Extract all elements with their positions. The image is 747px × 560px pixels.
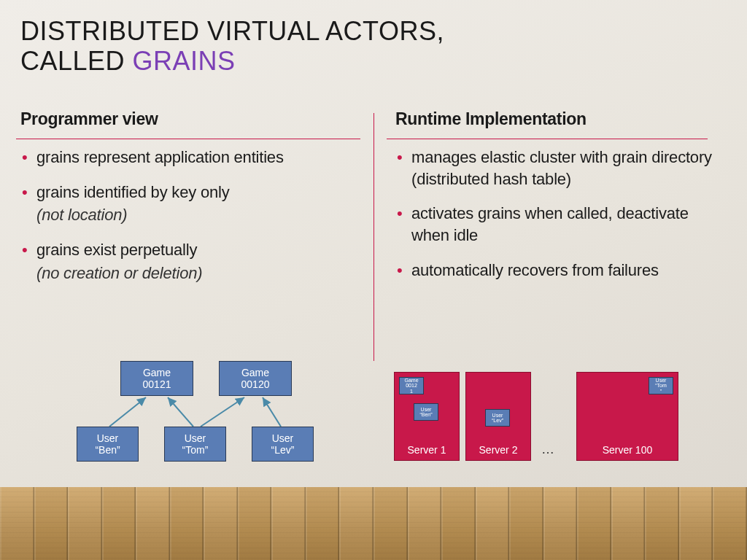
left-heading: Programmer view: [20, 109, 352, 129]
floor-decoration: [0, 487, 747, 560]
server-label: Server 2: [466, 444, 530, 456]
mini-grain-game: Game00121: [399, 377, 424, 394]
server-2: User“Lev” Server 2: [465, 372, 531, 461]
grain-game-00121: Game00121: [120, 361, 193, 396]
bullet-text: grains exist perpetually: [36, 241, 197, 259]
mini-grain-user-tom: User“Tom”: [649, 377, 673, 394]
columns: Programmer view grains represent applica…: [0, 109, 747, 297]
left-bullet-2: grains identified by key only (not locat…: [20, 182, 352, 226]
server-100: User“Tom” Server 100: [576, 372, 678, 461]
right-bullet-2: activates grains when called, deactivate…: [395, 203, 727, 246]
left-bullet-list: grains represent application entities gr…: [20, 147, 352, 284]
server-label: Server 1: [395, 444, 459, 456]
column-programmer-view: Programmer view grains represent applica…: [20, 109, 374, 297]
left-bullet-3: grains exist perpetually (no creation or…: [20, 239, 352, 284]
grain-user-lev: User“Lev”: [252, 427, 314, 462]
slide: DISTRIBUTED VIRTUAL ACTORS, CALLED GRAIN…: [0, 0, 747, 560]
left-bullet-1: grains represent application entities: [20, 147, 352, 168]
right-bullet-list: manages elastic cluster with grain direc…: [395, 147, 727, 281]
title-accent-word: GRAINS: [133, 46, 236, 76]
slide-title: DISTRIBUTED VIRTUAL ACTORS, CALLED GRAIN…: [0, 0, 747, 77]
svg-line-3: [263, 397, 281, 427]
svg-line-2: [201, 397, 244, 427]
bullet-subtext: (not location): [36, 204, 352, 226]
right-heading: Runtime Implementation: [395, 109, 727, 129]
server-ellipsis: …: [541, 442, 556, 457]
mini-grain-user-ben: User“Ben”: [414, 403, 438, 421]
column-runtime-impl: Runtime Implementation manages elastic c…: [374, 109, 727, 297]
server-1: Game00121 User“Ben” Server 1: [394, 372, 460, 461]
title-line2-prefix: CALLED: [20, 46, 133, 76]
right-bullet-3: automatically recovers from failures: [395, 260, 727, 281]
bullet-text: manages elastic cluster with grain direc…: [411, 148, 712, 188]
bullet-text: automatically recovers from failures: [411, 261, 659, 279]
bullet-text: grains represent application entities: [36, 148, 284, 166]
bullet-text: grains identified by key only: [36, 183, 229, 201]
bullet-text: activates grains when called, deactivate…: [411, 204, 689, 244]
grain-user-tom: User“Tom”: [164, 427, 226, 462]
grain-game-00120: Game00120: [219, 361, 292, 396]
bullet-subtext: (no creation or deletion): [36, 262, 352, 284]
title-line1: DISTRIBUTED VIRTUAL ACTORS,: [20, 16, 444, 46]
right-bullet-1: manages elastic cluster with grain direc…: [395, 147, 727, 190]
diagram-servers: Game00121 User“Ben” Server 1 User“Lev” S…: [394, 372, 729, 467]
svg-line-1: [168, 397, 193, 427]
server-label: Server 100: [577, 444, 678, 456]
diagram-grains: Game00121 Game00120 User“Ben” User“Tom” …: [69, 361, 350, 470]
grain-user-ben: User“Ben”: [77, 427, 139, 462]
svg-line-0: [109, 397, 146, 427]
mini-grain-user-lev: User“Lev”: [485, 409, 510, 427]
